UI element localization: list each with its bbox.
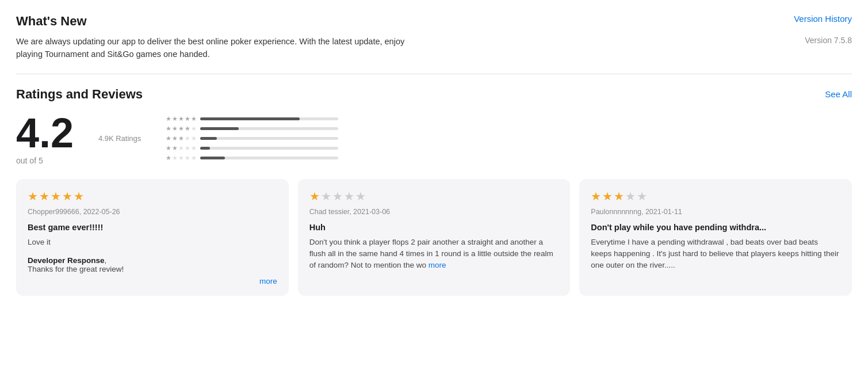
star-bar-4: ★★★★★ (166, 125, 338, 132)
review-2-body: Don't you think a player flops 2 pair an… (309, 237, 559, 272)
review-3-meta: Paulonnnnnnng, 2021-01-11 (591, 208, 840, 216)
ratings-summary: 4.2 out of 5 4.9K Ratings ★★★★★ ★★★★★ ★★… (16, 112, 852, 165)
review-card-2: ★ ★ ★ ★ ★ Chad tessier, 2021-03-06 Huh D… (298, 179, 571, 296)
big-rating: 4.2 out of 5 (16, 112, 74, 165)
review-1-title: Best game ever!!!!! (28, 223, 277, 232)
whats-new-body: We are always updating our app to delive… (16, 36, 852, 61)
whats-new-header: What's New Version History (16, 14, 852, 29)
version-label: Version 7.5.8 (805, 36, 852, 45)
review-1-author: Chopper999666 (28, 208, 79, 216)
whats-new-description: We are always updating our app to delive… (16, 36, 430, 61)
review-3-stars: ★ ★ ★ ★ ★ (591, 189, 840, 203)
see-all-link[interactable]: See All (825, 89, 852, 99)
rating-score: 4.2 (16, 112, 74, 154)
review-1-meta: Chopper999666, 2022-05-26 (28, 208, 277, 216)
review-3-body: Everytime I have a pending withdrawal , … (591, 237, 840, 272)
ratings-title: Ratings and Reviews (16, 87, 143, 102)
review-2-more-link[interactable]: more (429, 261, 446, 269)
review-card-1: ★ ★ ★ ★ ★ Chopper999666, 2022-05-26 Best… (16, 179, 289, 296)
review-3-author: Paulonnnnnnng (591, 208, 641, 216)
review-3-title: Don't play while you have pending withdr… (591, 223, 840, 232)
review-1-developer-body: Thanks for the great review! (28, 265, 124, 273)
review-1-developer-response: Developer Response, Thanks for the great… (28, 256, 277, 273)
review-2-meta: Chad tessier, 2021-03-06 (309, 208, 559, 216)
review-1-body: Love it (28, 237, 277, 248)
review-card-3: ★ ★ ★ ★ ★ Paulonnnnnnng, 2021-01-11 Don'… (579, 179, 852, 296)
star-bar-2: ★★★★★ (166, 144, 338, 152)
reviews-grid: ★ ★ ★ ★ ★ Chopper999666, 2022-05-26 Best… (16, 179, 852, 296)
review-3-date: 2021-01-11 (645, 208, 682, 216)
review-2-title: Huh (309, 223, 559, 232)
star-bars: ★★★★★ ★★★★★ ★★★★★ ★★★★★ (166, 115, 338, 162)
rating-out-of: out of 5 (16, 156, 43, 165)
review-2-stars: ★ ★ ★ ★ ★ (309, 189, 559, 203)
review-1-date: 2022-05-26 (83, 208, 120, 216)
whats-new-title: What's New (16, 14, 87, 29)
ratings-reviews-header: Ratings and Reviews See All (16, 87, 852, 102)
review-1-more-link[interactable]: more (259, 277, 277, 285)
star-bar-1: ★★★★★ (166, 154, 338, 162)
star-bar-3: ★★★★★ (166, 135, 338, 142)
star-bar-5: ★★★★★ (166, 115, 338, 123)
review-1-developer-label: Developer Response (28, 256, 105, 265)
ratings-count: 4.9K Ratings (97, 134, 143, 143)
review-2-date: 2021-03-06 (353, 208, 390, 216)
section-divider (16, 74, 852, 74)
review-1-stars: ★ ★ ★ ★ ★ (28, 189, 277, 203)
review-2-author: Chad tessier (309, 208, 349, 216)
version-history-link[interactable]: Version History (794, 14, 852, 24)
review-1-footer: more (28, 277, 277, 285)
